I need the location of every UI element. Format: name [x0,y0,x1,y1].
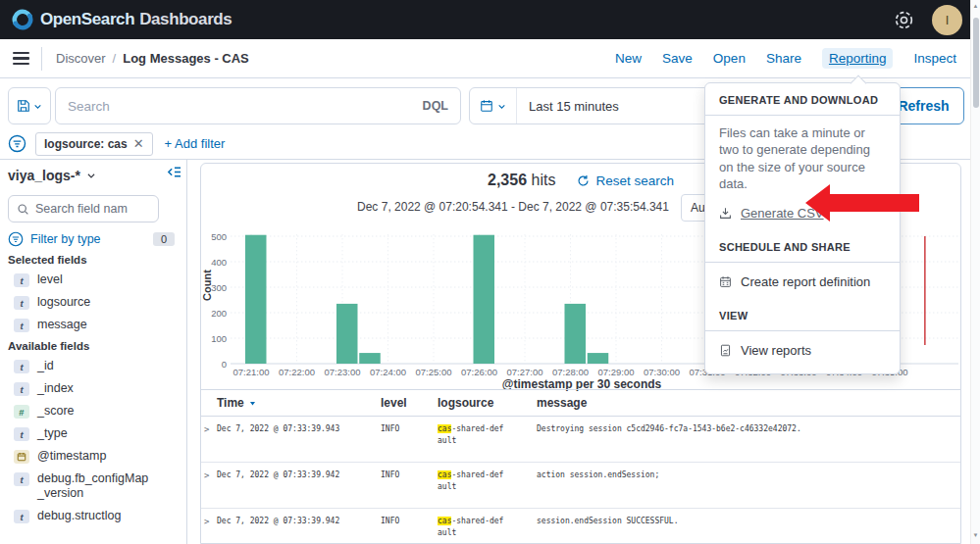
scrollbar-thumb[interactable] [973,18,979,108]
breadcrumb-discover[interactable]: Discover [56,51,106,66]
field-item-score[interactable]: #_score [14,404,186,419]
table-header: Time level logsource message [201,389,961,417]
column-header-time[interactable]: Time [217,396,381,410]
filter-pill-label: logsource: cas [44,137,128,151]
x-tick-label: 07:29:00 [598,367,635,377]
y-tick-label: 200 [211,308,227,319]
expand-row-button[interactable]: > [201,470,217,508]
search-input[interactable] [56,99,411,114]
remove-filter-icon[interactable]: ✕ [133,136,144,151]
add-filter-button[interactable]: + Add filter [165,136,226,151]
chart-bar-07:23:00 [336,304,358,364]
index-pattern-selector[interactable]: viya_logs-* [8,166,186,185]
filter-by-type[interactable]: Filter by type 0 [8,230,175,248]
refresh-icon [577,174,590,187]
x-tick-label: 07:25:00 [416,367,452,377]
column-header-level[interactable]: level [381,396,438,410]
scroll-up-icon[interactable]: ▲ [971,3,980,9]
table-body: >Dec 7, 2022 @ 07:33:39.943INFOcas-share… [201,417,961,544]
breadcrumb-separator: / [113,51,117,66]
field-name: _index [37,381,74,396]
user-avatar[interactable]: I [932,5,962,35]
query-language-button[interactable]: DQL [411,99,460,113]
x-tick-label: 07:21:00 [233,367,270,377]
field-item-level[interactable]: tlevel [14,272,186,287]
reset-search-button[interactable]: Reset search [577,173,674,188]
x-tick-label: 07:24:00 [370,367,406,377]
field-item-timestamp[interactable]: @timestamp [14,449,186,464]
y-tick-label: 300 [211,282,227,293]
divider [41,47,42,71]
nav-action-share[interactable]: Share [766,51,801,66]
string-field-icon: t [14,360,29,373]
table-row: >Dec 7, 2022 @ 07:33:39.942INFOcas-share… [201,509,961,544]
field-item-id[interactable]: t_id [14,359,186,373]
field-search-input[interactable] [35,202,143,216]
chart-time-range: Dec 7, 2022 @ 07:20:54.341 - Dec 7, 2022… [348,200,678,214]
string-field-icon: t [14,319,29,332]
search-highlight: cas [438,517,451,525]
index-pattern-name: viya_logs-* [8,168,80,183]
string-field-icon: t [14,273,29,287]
menu-icon[interactable] [13,52,29,65]
filter-count-badge: 0 [153,232,175,246]
help-icon[interactable] [894,10,914,30]
nav-action-open[interactable]: Open [713,51,746,66]
chevron-down-icon [86,171,96,180]
nav-action-save[interactable]: Save [662,51,693,66]
breadcrumb: Discover / Log Messages - CAS [56,51,249,66]
x-tick-label: 07:27:00 [507,367,543,377]
field-name: _type [37,426,68,441]
fields-sidebar: viya_logs-* Filter by type 0 Selected fi… [0,160,187,544]
calendar-icon [480,99,493,113]
search-icon [17,203,29,216]
field-item-debug-structlog[interactable]: tdebug.​structlog [14,509,186,523]
create-report-definition-menu-item[interactable]: Create report definition [705,263,900,299]
column-header-message[interactable]: message [537,396,961,410]
cell-level: INFO [381,423,438,462]
saved-query-button[interactable] [8,87,51,124]
filter-pill-logsource-cas[interactable]: logsource: cas ✕ [35,132,153,156]
field-item-message[interactable]: tmessage [14,318,186,332]
nav-action-reporting[interactable]: Reporting [822,48,894,69]
selected-fields-list: tleveltlogsourcetmessage [8,272,186,332]
string-field-icon: t [14,472,29,486]
query-search-box: DQL [55,87,461,124]
expand-row-button[interactable]: > [201,423,217,462]
date-quick-select-button[interactable] [470,88,517,124]
column-header-logsource[interactable]: logsource [438,396,537,410]
chart-bar-07:28:30 [588,353,609,364]
string-field-icon: t [14,510,29,523]
filter-menu-icon[interactable] [8,134,26,153]
field-name: logsource [37,295,90,310]
opensearch-brand: OpenSearchDashboards [12,9,232,30]
field-item-debug-fb-configmap-version[interactable]: tdebug.​fb_configMap_version [14,471,186,501]
chart-bar-07:26:00 [474,235,495,364]
page-scrollbar[interactable]: ▲ ▼ [970,0,980,544]
annotation-arrow [802,180,922,227]
cell-logsource: cas-shared-default [438,470,537,508]
nav-action-new[interactable]: New [615,51,642,66]
cell-level: INFO [381,516,438,544]
nav-bar: Discover / Log Messages - CAS NewSaveOpe… [0,39,980,78]
collapse-sidebar-icon[interactable] [167,165,181,183]
breadcrumb-current: Log Messages - CAS [123,51,249,66]
cell-logsource: cas-shared-default [438,516,537,544]
field-item-logsource[interactable]: tlogsource [14,295,186,310]
cell-level: INFO [381,470,438,508]
view-reports-menu-item[interactable]: View reports [705,331,900,368]
x-tick-label: 07:23:00 [325,367,361,377]
nav-action-inspect[interactable]: Inspect [913,51,956,66]
available-fields-heading: Available fields [8,340,186,352]
string-field-icon: t [14,427,29,441]
scroll-down-icon[interactable]: ▼ [971,532,980,538]
time-range-button[interactable]: Last 15 minutes [517,99,631,114]
chart-bar-07:21:00 [245,235,267,364]
hits-count: 2,356 hits [488,172,555,189]
popover-section-title-schedule-and-share: SCHEDULE AND SHARE [705,230,900,263]
expand-row-button[interactable]: > [201,516,217,544]
field-item-index[interactable]: t_index [14,381,186,396]
cell-time: Dec 7, 2022 @ 07:33:39.943 [217,423,381,462]
chevron-down-icon [497,102,506,111]
field-item-type[interactable]: t_type [14,426,186,441]
